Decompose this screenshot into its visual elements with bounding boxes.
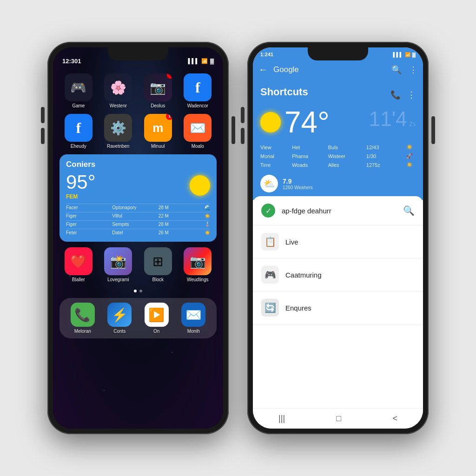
app-icon-block[interactable]: ⊞ [144,247,172,275]
weather-sub-row: ⛅ 7.9 1260 Weahers [260,175,416,192]
app-icon-eheudy[interactable]: f [65,114,93,142]
app-icon-lovegrami[interactable]: 📸 [104,247,132,275]
vol-down-button[interactable] [41,128,45,144]
dock-label-on: On [153,329,159,334]
dock-mail[interactable]: ✉️ Monih [181,303,205,334]
cell-tirre: Tirre [260,160,292,169]
phone-1: 12:301 ▌▌▌ 📶 ▓ 🎮 Game 🌸 Westenr [47,42,229,434]
dock-play[interactable]: ▶️ On [145,303,169,334]
phone-icon[interactable]: 📞 [390,90,401,100]
phone2-power[interactable] [431,116,435,144]
weather-widget[interactable]: Coniers 95° FEM Facer Optonapory 28 M 🌊 [60,154,217,242]
dock-icon-play[interactable]: ▶️ [145,303,169,327]
back-button[interactable]: ← [258,64,268,75]
app-icon-weudlings[interactable]: 📷 [184,247,212,275]
badge [167,73,172,79]
search-icon[interactable]: 🔍 [391,65,402,75]
time-display: 12:301 [62,58,81,65]
app-icon-ravetnben[interactable]: ⚙️ [104,114,132,142]
forecast-row-3: Figer Sempits 28 M 🌡️ [66,220,210,228]
weather-sub-info: 7.9 1260 Weahers [283,178,313,190]
dock-label-conts: Conts [113,329,126,334]
shortcuts-action-icons: 📞 ⋮ [390,90,416,100]
app-westenr[interactable]: 🌸 Westenr [100,73,137,108]
phone2-notch [308,47,368,60]
shortcuts-section: Shortcuts 📞 ⋮ [260,86,416,104]
app-dock: 📞 Meloran ⚡ Conts ▶️ On ✉️ Monih [60,298,217,338]
search-action-icon[interactable]: 🔍 [403,205,415,216]
phone2-vol-up[interactable] [241,107,245,123]
caatmuring-icon: 🎮 [261,266,279,284]
app-weudlings[interactable]: 📷 Weudlings [180,247,216,282]
phone1-screen: 12:301 ▌▌▌ 📶 ▓ 🎮 Game 🌸 Westenr [53,47,223,429]
app-minuul[interactable]: m 1 Minuul [140,114,176,149]
forecast-row-2: Figer Vllful 22 M ☀️ [66,212,210,219]
widget-temp-row: 95° FEM [66,171,210,200]
temp-with-icon: 74° [260,107,330,137]
widget-sub: FEM [66,193,96,200]
app-icon-wadencor[interactable]: f [184,73,212,101]
sub-temp: 7.9 [283,178,313,185]
sun-icon [190,175,210,196]
app-icon-minuul[interactable]: m 1 [144,114,172,142]
cell-het: Het [292,143,328,152]
menu-icon[interactable]: ⋮ [409,65,417,75]
nav-menu-button[interactable]: ||| [278,414,285,423]
nav-back-button[interactable]: < [392,414,397,423]
app-ravetnben[interactable]: ⚙️ Ravetnben [100,114,137,149]
app-wadencor[interactable]: f Wadencor [180,73,216,108]
app-label-block: Block [152,277,164,282]
app-eheudy[interactable]: f Eheudy [60,114,97,149]
dock-phone[interactable]: 📞 Meloran [71,303,95,334]
panel-item-live[interactable]: 📋 Live [253,225,423,258]
bottom-panel: ✓ ap-fdge deahurr 🔍 📋 Live 🎮 Caatmuring … [253,196,423,408]
ios-home-screen: 12:301 ▌▌▌ 📶 ▓ 🎮 Game 🌸 Westenr [53,47,223,429]
header-action-icons: 🔍 ⋮ [391,65,417,75]
header-title: Google [273,65,386,74]
cell-icon-b: 🚀 [398,152,416,160]
cell-val-a: 12/43 [366,143,398,152]
weather-sub-icon: ⛅ [260,175,278,192]
dock-icon-phone[interactable]: 📞 [71,303,95,327]
cell-woads: Woads [292,160,328,169]
search-row[interactable]: ✓ ap-fdge deahurr 🔍 [253,196,423,225]
forecast-row-b: Morial Phama Wisteer 1/30 🚀 [260,152,416,160]
app-icon-heart[interactable]: ❤️ [65,247,93,275]
app-moalo[interactable]: ✉️ Moalo [180,114,216,149]
live-label: Live [285,238,298,246]
app-game[interactable]: 🎮 Game [60,73,97,108]
col3: 28 M [159,205,205,210]
weather-temp-section: 74° 11'4 z₅ View Het Buls 12/4 [260,107,416,192]
app-icon-westenr[interactable]: 🌸 [104,73,132,101]
nav-home-button[interactable]: □ [336,414,341,423]
weather-shortcuts-card: Shortcuts 📞 ⋮ 74° 11'4 [253,79,423,200]
dock-label-meloran: Meloran [74,329,91,334]
green-check-icon: ✓ [261,204,275,218]
power-button[interactable] [231,116,235,144]
vol-up-button[interactable] [41,107,45,123]
enqures-icon: 🔄 [261,299,279,317]
page-indicator [53,286,223,296]
app-icon-deolus[interactable]: 📷 [144,73,172,101]
big-temperature: 74° [284,107,330,137]
app-lovegrami[interactable]: 📸 Lovegrami [100,247,137,282]
app-block[interactable]: ⊞ Block [140,247,176,282]
phone2-vol-down[interactable] [241,128,245,144]
app-label-game: Game [72,103,85,108]
panel-item-enqures[interactable]: 🔄 Enqures [253,291,423,324]
dock-icon-bolt[interactable]: ⚡ [107,303,132,327]
shortcuts-menu-icon[interactable]: ⋮ [407,90,416,100]
cell-val-c: 1275z [366,160,398,169]
app-heart[interactable]: ❤️ Blaller [60,247,97,282]
app-icon-moalo[interactable]: ✉️ [184,114,212,142]
panel-item-caatmuring[interactable]: 🎮 Caatmuring [253,258,423,291]
app-deolus[interactable]: 📷 Deolus [140,73,176,108]
app-label-blaller: Blaller [72,277,85,282]
dock-bolt[interactable]: ⚡ Conts [107,303,132,334]
live-icon: 📋 [261,233,279,251]
phone-2: 1:241 ▌▌▌ 📶 ▓ ← Google 🔍 ⋮ [247,42,429,434]
dock-icon-mail[interactable]: ✉️ [181,303,205,327]
app-label-weudlings: Weudlings [187,277,209,282]
app-label-eheudy: Eheudy [71,144,86,149]
app-icon-game[interactable]: 🎮 [65,73,93,101]
